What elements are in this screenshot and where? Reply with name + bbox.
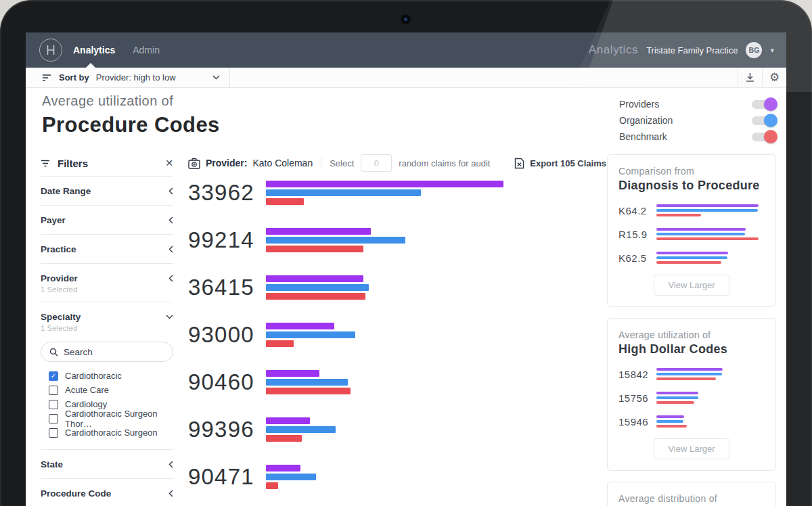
providers-bar [266, 370, 319, 377]
filter-section-date-range[interactable]: Date Range [41, 181, 173, 201]
checkbox[interactable] [49, 414, 58, 423]
card-diagnosis-to-procedure: Comparison from Diagnosis to Procedure K… [607, 154, 776, 307]
organization-bar [656, 396, 698, 399]
benchmark-bar [656, 401, 694, 404]
benchmark-bar [266, 388, 351, 394]
avatar[interactable]: BG [746, 42, 762, 58]
benchmark-bar [266, 293, 365, 300]
chevron-left-icon [168, 461, 173, 468]
bar-chart-rows: 33962 99214 36415 [188, 181, 606, 489]
provider-name: Kato Coleman [252, 158, 313, 168]
page-title: Average utilization of Procedure Codes [42, 93, 220, 137]
sort-icon [42, 73, 52, 83]
filter-section-payer[interactable]: Payer [41, 210, 173, 230]
specialty-option-ct-surgeon[interactable]: Cardiothoracic Surgeon [49, 426, 173, 440]
bar-row-90460: 90460 [188, 370, 606, 394]
download-icon [745, 72, 755, 83]
page-title-small: Average utilization of [42, 93, 220, 109]
providers-bar [656, 252, 728, 254]
sort-dropdown[interactable]: Provider: high to low [96, 72, 229, 83]
card-high-dollar-codes: Average utilization of High Dollar Codes… [607, 318, 776, 471]
search-input[interactable] [64, 347, 145, 357]
specialty-option-cardiothoracic[interactable]: ✓ Cardiothoracic [49, 369, 173, 383]
toggle-row-organization: Organization [619, 112, 776, 129]
export-file-icon [514, 158, 524, 169]
provider-selected-count: 1 Selected [41, 285, 173, 298]
providers-bar [266, 417, 310, 424]
nav-item-admin[interactable]: Admin [133, 45, 160, 55]
benchmark-toggle[interactable] [752, 133, 776, 141]
close-icon[interactable]: ✕ [165, 158, 173, 168]
mini-row-k62-5: K62.5 [618, 252, 765, 264]
view-larger-button[interactable]: View Larger [654, 275, 729, 296]
checkbox[interactable] [49, 386, 58, 395]
filter-section-procedure-code[interactable]: Procedure Code [41, 483, 173, 503]
organization-toggle[interactable] [752, 116, 776, 125]
sort-by-label: Sort by [59, 72, 89, 83]
download-button[interactable] [738, 68, 762, 87]
chevron-left-icon [168, 187, 173, 195]
toggle-label: Organization [619, 115, 673, 126]
account-caret-icon[interactable]: ▾ [770, 46, 774, 55]
organization-bar [656, 256, 727, 259]
organization-bar [266, 189, 421, 196]
organization-bar [656, 233, 745, 235]
medical-bag-icon [188, 158, 200, 169]
bar-row-36415: 36415 [188, 275, 606, 300]
specialty-option-acute-care[interactable]: Acute Care [49, 383, 173, 397]
nav-item-analytics[interactable]: Analytics [73, 45, 115, 55]
settings-button[interactable]: ⚙ [762, 68, 786, 87]
providers-bar [266, 181, 503, 187]
brand-logo-icon[interactable] [39, 39, 62, 62]
specialty-option-ct-surgeon-thor[interactable]: Cardiothoracic Surgeon Thor… [49, 411, 173, 426]
toggle-row-providers: Providers [619, 96, 776, 112]
export-claims-button[interactable]: Export 105 Claims [514, 158, 606, 169]
bar-row-90471: 90471 [188, 465, 606, 489]
toolbar: Sort by Provider: high to low ⚙ [26, 68, 786, 88]
benchmark-bar [266, 246, 363, 252]
main-nav: Analytics Admin [73, 45, 160, 55]
select-label: Select [330, 158, 354, 168]
claims-count-input[interactable] [361, 154, 392, 172]
providers-bar [656, 228, 746, 231]
benchmark-bar [266, 198, 304, 205]
organization-bar [656, 209, 758, 212]
sort-dropdown-value: Provider: high to low [96, 72, 176, 83]
benchmark-bar [656, 237, 759, 240]
filter-section-state[interactable]: State [41, 454, 173, 474]
specialty-search[interactable] [41, 342, 173, 362]
providers-bar [266, 465, 300, 472]
select-suffix: random claims for audit [399, 158, 490, 168]
side-cards: Comparison from Diagnosis to Procedure K… [607, 154, 776, 506]
search-icon [49, 348, 58, 356]
organization-bar [266, 331, 355, 338]
organization-bar [266, 284, 369, 291]
toggle-row-benchmark: Benchmark [619, 129, 776, 145]
page-title-large: Procedure Codes [42, 113, 220, 137]
tablet-frame: Analytics Admin Analytics Tristate Famil… [0, 0, 812, 506]
checkbox[interactable] [49, 428, 58, 438]
mini-row-15756: 15756 [618, 392, 765, 404]
card-em-by-category: Average distribution of E&M by Category [607, 482, 776, 506]
organization-bar [266, 474, 316, 480]
view-larger-button[interactable]: View Larger [654, 438, 729, 459]
benchmark-bar [266, 482, 278, 489]
providers-bar [656, 415, 684, 418]
checkbox-checked[interactable]: ✓ [49, 371, 58, 381]
bar-row-99214: 99214 [188, 228, 606, 252]
benchmark-bar [656, 214, 701, 216]
benchmark-bar [656, 377, 716, 380]
chevron-left-icon [168, 490, 173, 497]
benchmark-bar [656, 425, 687, 428]
providers-toggle[interactable] [752, 100, 776, 109]
benchmark-bar [266, 340, 294, 347]
account-name[interactable]: Tristate Family Practice [646, 45, 738, 55]
providers-bar [266, 228, 371, 235]
provider-label: Provider: [206, 158, 247, 168]
mini-row-15842: 15842 [618, 368, 765, 380]
providers-bar [656, 392, 698, 394]
filter-section-practice[interactable]: Practice [41, 239, 173, 259]
checkbox[interactable] [49, 400, 58, 409]
providers-bar [266, 275, 363, 282]
providers-bar [266, 323, 334, 329]
